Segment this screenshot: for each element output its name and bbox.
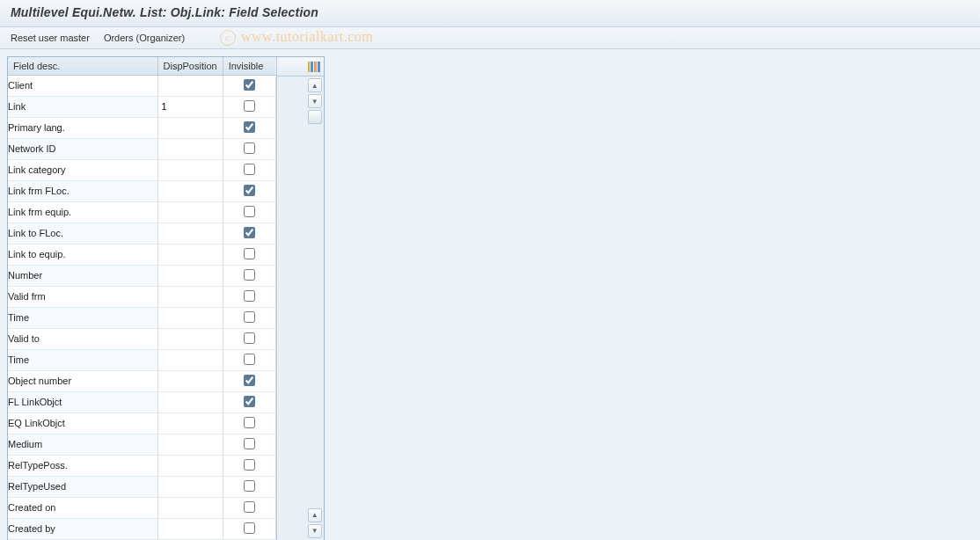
invisible-cell (223, 96, 275, 117)
field-desc-cell[interactable]: RelTypePoss. (8, 455, 157, 476)
scroll-up-button[interactable]: ▲ (308, 78, 322, 92)
invisible-checkbox[interactable] (244, 480, 255, 492)
field-desc-cell[interactable]: Link category (8, 159, 157, 180)
disp-position-cell (157, 244, 223, 265)
field-desc-cell[interactable]: FL LinkObjct (8, 391, 157, 412)
field-desc-cell[interactable]: Link frm equip. (8, 201, 157, 223)
invisible-checkbox[interactable] (244, 396, 255, 407)
disp-position-input[interactable] (158, 287, 223, 306)
field-desc-cell[interactable]: Created by (8, 518, 157, 539)
table-row: RelTypePoss. (8, 455, 275, 476)
disp-position-input[interactable] (158, 456, 223, 475)
field-desc-cell[interactable]: Created on (8, 497, 157, 518)
reset-user-master-button[interactable]: Reset user master (11, 33, 90, 43)
disp-position-input[interactable] (158, 97, 223, 116)
disp-position-cell (157, 201, 223, 223)
disp-position-input[interactable] (158, 202, 223, 222)
scroll-down-end-button[interactable]: ▼ (308, 524, 322, 538)
disp-position-input[interactable] (158, 413, 223, 433)
disp-position-input[interactable] (158, 519, 223, 538)
invisible-checkbox[interactable] (244, 121, 255, 133)
disp-position-input[interactable] (158, 392, 223, 412)
invisible-cell (223, 244, 275, 265)
table-row: Link category (8, 159, 275, 180)
disp-position-cell (157, 370, 223, 391)
invisible-checkbox[interactable] (244, 332, 255, 344)
vertical-scrollbar[interactable]: ▲ ▼ ▲ ▼ (277, 77, 324, 540)
col-header-disp[interactable]: DispPosition (157, 57, 223, 75)
scroll-up-end-button[interactable]: ▲ (308, 508, 322, 522)
disp-position-input[interactable] (158, 160, 223, 179)
disp-position-input[interactable] (158, 371, 223, 390)
field-desc-cell[interactable]: RelTypeUsed (8, 476, 157, 497)
col-header-inv[interactable]: Invisible (223, 57, 275, 75)
field-desc-cell[interactable]: EQ LinkObjct (8, 412, 157, 434)
invisible-cell (223, 286, 275, 307)
field-desc-cell[interactable]: Time (8, 307, 157, 328)
field-desc-cell[interactable]: Link to equip. (8, 244, 157, 265)
disp-position-input[interactable] (158, 118, 223, 137)
disp-position-input[interactable] (158, 350, 223, 369)
field-desc-cell[interactable]: Valid frm (8, 286, 157, 307)
table-row: Network ID (8, 138, 275, 159)
disp-position-input[interactable] (158, 266, 223, 285)
field-desc-cell[interactable]: Link to FLoc. (8, 223, 157, 244)
orders-organizer-button[interactable]: Orders (Organizer) (104, 33, 185, 43)
invisible-checkbox[interactable] (244, 311, 255, 323)
invisible-cell (223, 476, 275, 497)
invisible-checkbox[interactable] (244, 185, 255, 196)
invisible-checkbox[interactable] (244, 501, 255, 513)
invisible-cell (223, 412, 275, 434)
disp-position-input[interactable] (158, 477, 223, 496)
invisible-checkbox[interactable] (244, 522, 255, 534)
table-row: Created on (8, 497, 275, 518)
toolbar: Reset user master Orders (Organizer) cww… (0, 27, 980, 49)
invisible-cell (223, 138, 275, 159)
table-row: Client (8, 75, 275, 96)
invisible-cell (223, 391, 275, 412)
col-header-field[interactable]: Field desc. (8, 57, 157, 75)
invisible-checkbox[interactable] (244, 164, 255, 175)
invisible-checkbox[interactable] (244, 248, 255, 259)
field-desc-cell[interactable]: Medium (8, 434, 157, 455)
table-row: Link to equip. (8, 244, 275, 265)
disp-position-input[interactable] (158, 308, 223, 327)
invisible-checkbox[interactable] (244, 269, 255, 281)
scroll-down-button[interactable]: ▼ (308, 94, 322, 108)
table-row: Time (8, 307, 275, 328)
table-settings-button[interactable] (277, 57, 324, 77)
disp-position-cell (157, 434, 223, 455)
field-desc-cell[interactable]: Valid to (8, 328, 157, 349)
field-desc-cell[interactable]: Link (8, 96, 157, 117)
field-desc-cell[interactable]: Object number (8, 370, 157, 391)
invisible-checkbox[interactable] (244, 290, 255, 302)
disp-position-input[interactable] (158, 223, 223, 243)
disp-position-input[interactable] (158, 244, 223, 264)
invisible-checkbox[interactable] (244, 438, 255, 449)
invisible-cell (223, 223, 275, 244)
field-desc-cell[interactable]: Client (8, 75, 157, 96)
field-desc-cell[interactable]: Link frm FLoc. (8, 180, 157, 201)
invisible-checkbox[interactable] (244, 142, 255, 154)
field-desc-cell[interactable]: Network ID (8, 138, 157, 159)
field-desc-cell[interactable]: Time (8, 349, 157, 370)
disp-position-input[interactable] (158, 76, 223, 95)
invisible-checkbox[interactable] (244, 375, 255, 386)
invisible-checkbox[interactable] (244, 206, 255, 217)
invisible-checkbox[interactable] (244, 459, 255, 471)
invisible-checkbox[interactable] (244, 417, 255, 428)
disp-position-input[interactable] (158, 498, 223, 517)
invisible-checkbox[interactable] (244, 79, 255, 91)
disp-position-cell (157, 286, 223, 307)
scroll-thumb[interactable] (308, 110, 322, 124)
disp-position-input[interactable] (158, 139, 223, 158)
table-row: Link (8, 96, 275, 117)
invisible-checkbox[interactable] (244, 100, 255, 112)
invisible-checkbox[interactable] (244, 227, 255, 238)
field-desc-cell[interactable]: Number (8, 265, 157, 286)
field-desc-cell[interactable]: Primary lang. (8, 117, 157, 138)
invisible-checkbox[interactable] (244, 354, 255, 365)
disp-position-input[interactable] (158, 329, 223, 348)
disp-position-input[interactable] (158, 434, 223, 454)
disp-position-input[interactable] (158, 181, 223, 201)
